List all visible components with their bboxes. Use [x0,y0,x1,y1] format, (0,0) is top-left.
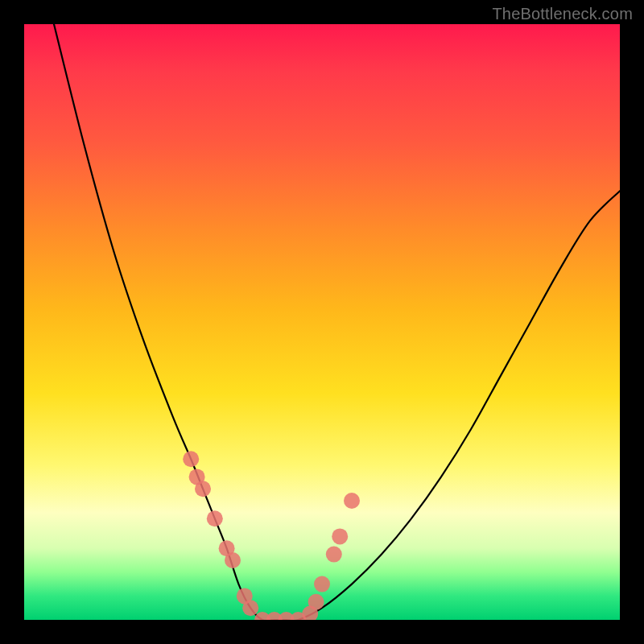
chart-svg [24,24,620,620]
marker-dot [195,481,211,497]
marker-dot [326,547,342,563]
marker-dot [183,451,199,467]
marker-dot [225,552,241,568]
marker-dot [207,510,223,526]
highlight-markers [183,451,360,620]
marker-dot [344,493,360,509]
marker-dot [308,594,324,610]
marker-dot [242,600,258,616]
chart-plot-area [24,24,620,620]
marker-dot [332,528,348,544]
watermark-text: TheBottleneck.com [492,5,633,23]
marker-dot [314,576,330,592]
